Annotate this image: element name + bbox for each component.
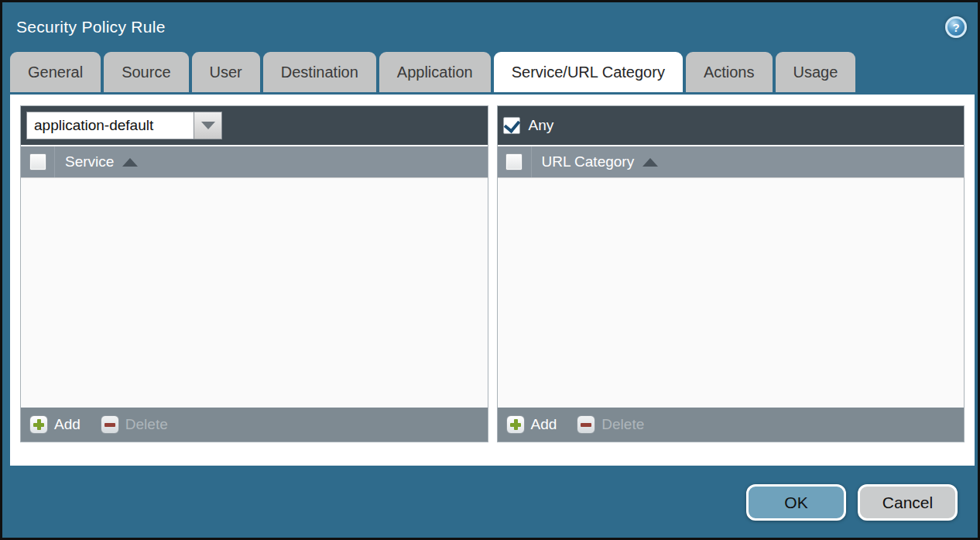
dialog-footer: OK Cancel: [746, 484, 958, 521]
service-type-combobox: [26, 112, 222, 139]
service-type-dropdown-button[interactable]: [194, 112, 222, 139]
url-category-panel: Any URL Category Add: [497, 105, 965, 442]
ok-button[interactable]: OK: [746, 484, 846, 521]
url-category-table-body: [498, 177, 965, 407]
cancel-button[interactable]: Cancel: [858, 484, 958, 521]
delete-minus-icon: [577, 415, 595, 434]
help-icon[interactable]: ?: [945, 16, 967, 38]
sort-ascending-icon: [642, 158, 658, 167]
tab-source[interactable]: Source: [104, 52, 188, 92]
chevron-down-icon: [201, 122, 215, 129]
url-category-column-label: URL Category: [542, 153, 635, 170]
tab-application[interactable]: Application: [379, 52, 491, 92]
title-bar: Security Policy Rule ?: [2, 2, 978, 52]
url-category-select-all-checkbox[interactable]: [505, 153, 523, 170]
service-table-body: [21, 177, 488, 407]
service-topbar: [21, 106, 488, 145]
service-table-footer: Add Delete: [21, 407, 488, 442]
service-add-button[interactable]: Add: [29, 415, 81, 434]
url-category-add-button[interactable]: Add: [506, 415, 557, 434]
add-button-label: Add: [531, 416, 557, 433]
url-category-delete-button[interactable]: Delete: [577, 415, 644, 434]
add-plus-icon: [506, 415, 525, 434]
tab-usage[interactable]: Usage: [776, 52, 856, 92]
tab-content: Service Add Delete: [10, 95, 975, 466]
url-category-table-footer: Add Delete: [498, 407, 965, 442]
tab-service-url-category[interactable]: Service/URL Category: [494, 52, 683, 92]
add-button-label: Add: [54, 416, 81, 433]
delete-minus-icon: [101, 415, 119, 434]
service-panel: Service Add Delete: [20, 105, 488, 442]
service-select-all-cell: [21, 146, 55, 177]
any-checkbox-label: Any: [529, 117, 554, 134]
service-column-label: Service: [65, 153, 114, 170]
url-category-select-all-cell: [498, 146, 532, 177]
service-type-input[interactable]: [26, 112, 194, 139]
url-category-table-header: URL Category: [498, 145, 965, 177]
sort-ascending-icon: [122, 158, 138, 167]
service-column-header[interactable]: Service: [55, 153, 138, 170]
url-category-topbar: Any: [498, 106, 965, 145]
tab-destination[interactable]: Destination: [263, 52, 376, 92]
add-plus-icon: [29, 415, 48, 434]
service-table-header: Service: [21, 145, 488, 177]
tab-user[interactable]: User: [192, 52, 260, 92]
delete-button-label: Delete: [125, 416, 168, 433]
tab-general[interactable]: General: [10, 52, 101, 92]
service-select-all-checkbox[interactable]: [29, 153, 46, 170]
tab-actions[interactable]: Actions: [686, 52, 773, 92]
any-checkbox[interactable]: [503, 117, 520, 134]
delete-button-label: Delete: [601, 416, 644, 433]
dialog-title: Security Policy Rule: [16, 18, 166, 36]
url-category-column-header[interactable]: URL Category: [532, 153, 659, 170]
tab-bar: General Source User Destination Applicat…: [2, 52, 978, 92]
service-delete-button[interactable]: Delete: [101, 415, 168, 434]
security-policy-rule-dialog: Security Policy Rule ? General Source Us…: [0, 0, 980, 540]
